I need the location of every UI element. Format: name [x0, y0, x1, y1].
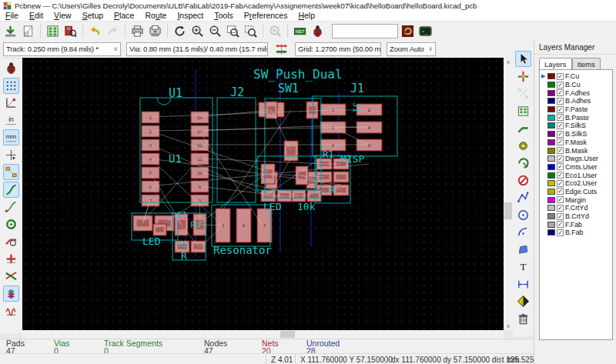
layer-row-f-crtyd[interactable]: ▶✓F.CrtYd [541, 204, 612, 212]
layer-visibility-checkbox[interactable]: ✓ [557, 131, 564, 138]
horizontal-scrollbar[interactable] [22, 330, 504, 339]
scroll-up-icon[interactable]: ∧ [504, 58, 513, 66]
plot-button[interactable] [147, 23, 163, 39]
layer-row-f-adhes[interactable]: ▶✓F.Adhes [541, 88, 612, 97]
layer-visibility-checkbox[interactable]: ✓ [557, 147, 564, 154]
layer-visibility-checkbox[interactable]: ✓ [557, 114, 564, 121]
menu-setup[interactable]: Setup [77, 11, 109, 22]
track-display-button[interactable] [3, 233, 19, 249]
layer-row-b-fab[interactable]: ▶✓B.Fab [541, 229, 612, 237]
layer-row-dwgs-user[interactable]: ▶✓Dwgs.User [541, 155, 612, 163]
zoom-select[interactable]: Zoom Auto∨ [387, 42, 436, 56]
vertical-scroll-thumb[interactable] [504, 202, 512, 219]
zoom-selection-button[interactable] [243, 23, 259, 39]
scroll-down-icon[interactable]: ∨ [504, 322, 513, 330]
zoom-out-button[interactable] [207, 23, 223, 39]
layer-row-b-mask[interactable]: ▶✓B.Mask [541, 146, 612, 155]
layer-visibility-checkbox[interactable]: ✓ [557, 205, 564, 212]
grid-size-select[interactable]: Grid: 1.2700 mm (50.00 mils)∨ [295, 42, 381, 56]
footprint-editor-button[interactable] [45, 23, 61, 39]
netlist-button[interactable]: NET [292, 23, 308, 39]
layer-color-swatch[interactable] [547, 73, 555, 79]
layer-row-f-paste[interactable]: ▶✓F.Paste [541, 105, 612, 114]
layer-visibility-checkbox[interactable]: ✓ [557, 213, 564, 220]
add-arc-tool[interactable] [515, 224, 531, 240]
layer-color-swatch[interactable] [547, 213, 555, 219]
layer-color-swatch[interactable] [547, 164, 555, 170]
polar-coordinates-button[interactable] [3, 95, 19, 111]
board-setup-button[interactable] [20, 23, 36, 39]
layer-visibility-checkbox[interactable]: ✓ [557, 89, 564, 96]
add-via-tool[interactable] [515, 138, 531, 154]
high-contrast-button[interactable] [3, 251, 19, 267]
layer-row-f-fab[interactable]: ▶✓F.Fab [541, 220, 612, 229]
title-bar[interactable]: Pcbnew — C:\Users\Gilles Decroly\Documen… [0, 0, 616, 11]
layer-visibility-checkbox[interactable]: ✓ [557, 73, 564, 80]
tab-items[interactable]: Items [572, 58, 601, 69]
add-graphic-line-tool[interactable] [515, 189, 531, 205]
zoom-in-button[interactable] [189, 23, 206, 39]
layer-row-eco2-user[interactable]: ▶✓Eco2.User [541, 179, 612, 188]
footprint-browser-button[interactable] [62, 23, 79, 39]
layer-color-swatch[interactable] [547, 82, 555, 88]
auto-track-width-icon[interactable] [273, 41, 290, 57]
layer-row-f-cu[interactable]: ▶✓F.Cu [541, 72, 612, 81]
layer-visibility-checkbox[interactable]: ✓ [557, 122, 564, 129]
zoom-fit-button[interactable] [225, 23, 241, 39]
layer-color-swatch[interactable] [547, 205, 555, 211]
redraw-view-button[interactable] [172, 23, 188, 39]
menu-edit[interactable]: Edit [24, 11, 49, 22]
layer-selector[interactable] [332, 24, 398, 38]
layer-color-swatch[interactable] [547, 189, 555, 195]
layer-color-swatch[interactable] [547, 98, 555, 104]
layer-color-swatch[interactable] [547, 90, 555, 96]
add-target-tool[interactable] [515, 293, 531, 309]
layer-visibility-checkbox[interactable]: ✓ [557, 163, 564, 170]
layer-row-b-paste[interactable]: ▶✓B.Paste [541, 113, 612, 122]
menu-place[interactable]: Place [109, 11, 139, 22]
highlight-net-tool[interactable] [515, 68, 531, 85]
layer-color-swatch[interactable] [547, 131, 555, 137]
microwave-tools-button[interactable] [3, 302, 19, 319]
layer-color-swatch[interactable] [547, 180, 555, 186]
layer-visibility-checkbox[interactable]: ✓ [557, 106, 564, 113]
tab-layers[interactable]: Layers [539, 58, 572, 69]
add-keepout-tool[interactable] [515, 172, 531, 189]
python-console-button[interactable]: >_ [417, 23, 434, 39]
layer-row-edge-cuts[interactable]: ▶✓Edge.Cuts [541, 188, 612, 196]
outline-mode-button[interactable] [3, 268, 19, 284]
delete-tool[interactable] [515, 311, 531, 327]
undo-button[interactable] [87, 23, 103, 39]
vertical-scrollbar[interactable]: ∧ ∨ [504, 58, 513, 330]
show-ratsnest-button[interactable] [3, 164, 19, 180]
add-zone-tool[interactable] [515, 155, 531, 171]
layer-visibility-checkbox[interactable]: ✓ [557, 188, 564, 195]
curved-ratsnest-button[interactable] [3, 182, 19, 198]
layer-visibility-checkbox[interactable]: ✓ [557, 172, 564, 179]
add-dimension-tool[interactable] [515, 276, 531, 292]
drc-button[interactable] [310, 23, 326, 39]
layer-color-swatch[interactable] [547, 115, 555, 121]
track-width-select[interactable]: Track: 0.250 mm (9.84 mils) *∨ [3, 42, 121, 56]
layer-row-b-adhes[interactable]: ▶✓B.Adhes [541, 97, 612, 105]
pcb-canvas[interactable]: 12345671413121110981123456123SW_Push_Dua… [22, 58, 504, 330]
layer-row-b-silks[interactable]: ▶✓B.SilkS [541, 130, 612, 139]
layer-row-margin[interactable]: ▶✓Margin [541, 195, 612, 204]
select-tool[interactable] [515, 51, 531, 67]
units-mm-button[interactable]: mm [3, 129, 19, 145]
layer-color-swatch[interactable] [547, 222, 555, 228]
layer-color-swatch[interactable] [547, 148, 555, 154]
layer-color-swatch[interactable] [547, 155, 555, 162]
layer-color-swatch[interactable] [547, 229, 555, 235]
menu-help[interactable]: Help [293, 11, 320, 22]
menu-view[interactable]: View [49, 11, 77, 22]
layer-row-f-silks[interactable]: ▶✓F.SilkS [541, 122, 612, 130]
layer-visibility-checkbox[interactable]: ✓ [557, 196, 564, 203]
layer-visibility-checkbox[interactable]: ✓ [557, 180, 564, 187]
add-polygon-tool[interactable] [515, 242, 531, 258]
layer-visibility-checkbox[interactable]: ✓ [557, 82, 564, 88]
layer-visibility-checkbox[interactable]: ✓ [557, 155, 564, 162]
layer-color-swatch[interactable] [547, 106, 555, 112]
layer-visibility-checkbox[interactable]: ✓ [557, 221, 564, 228]
save-board-button[interactable] [2, 23, 18, 39]
